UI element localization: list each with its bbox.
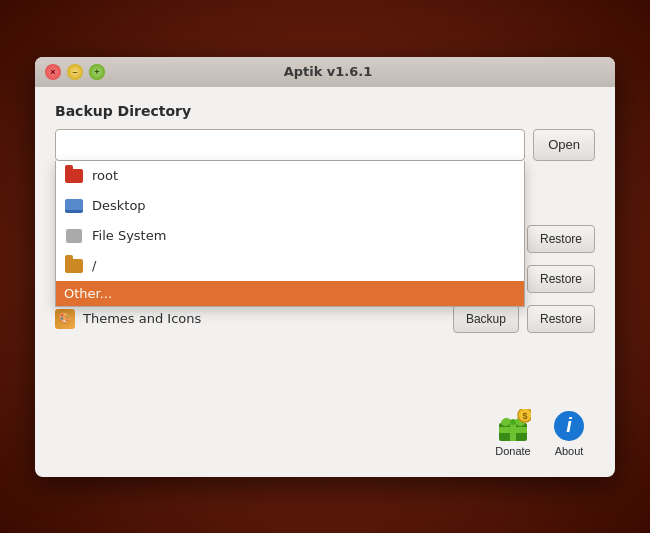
window-content: Backup Directory root — [35, 87, 615, 393]
dropdown-item-root[interactable]: root — [56, 161, 524, 191]
themes-icons-label: Themes and Icons — [83, 311, 445, 326]
main-window: × – + Aptik v1.6.1 Backup Directory root — [35, 57, 615, 477]
donate-icon: $ — [495, 409, 531, 443]
dropdown-item-other[interactable]: Other... — [56, 281, 524, 306]
about-label: About — [555, 445, 584, 457]
open-button[interactable]: Open — [533, 129, 595, 161]
minimize-button[interactable]: – — [67, 64, 83, 80]
spacer — [55, 337, 595, 377]
section-title: Backup Directory — [55, 103, 595, 119]
folder-red-icon — [64, 166, 84, 186]
dropdown-item-filesystem[interactable]: File System — [56, 221, 524, 251]
svg-text:i: i — [566, 414, 572, 436]
titlebar: × – + Aptik v1.6.1 — [35, 57, 615, 87]
svg-rect-2 — [510, 423, 516, 441]
svg-point-5 — [510, 419, 516, 425]
dropdown-item-slash[interactable]: / — [56, 251, 524, 281]
dropdown-list: root Desktop File System — [55, 161, 525, 307]
close-button[interactable]: × — [45, 64, 61, 80]
about-icon: i — [551, 409, 587, 443]
donate-button[interactable]: $ Donate — [487, 405, 539, 461]
app-settings-restore-button[interactable]: Restore — [527, 265, 595, 293]
svg-text:$: $ — [522, 411, 527, 421]
backup-dir-row: root Desktop File System — [55, 129, 595, 161]
footer: $ Donate i About — [35, 393, 615, 477]
themes-icon: 🎨 — [55, 309, 75, 329]
themes-restore-button[interactable]: Restore — [527, 305, 595, 333]
folder-orange-icon — [64, 256, 84, 276]
directory-input[interactable] — [55, 129, 525, 161]
maximize-button[interactable]: + — [89, 64, 105, 80]
software-restore-button[interactable]: Restore — [527, 225, 595, 253]
about-button[interactable]: i About — [543, 405, 595, 461]
dir-input-wrapper: root Desktop File System — [55, 129, 525, 161]
dropdown-item-desktop[interactable]: Desktop — [56, 191, 524, 221]
filesystem-icon — [64, 226, 84, 246]
themes-backup-button[interactable]: Backup — [453, 305, 519, 333]
desktop-icon — [64, 196, 84, 216]
window-title: Aptik v1.6.1 — [111, 64, 545, 79]
donate-label: Donate — [495, 445, 530, 457]
